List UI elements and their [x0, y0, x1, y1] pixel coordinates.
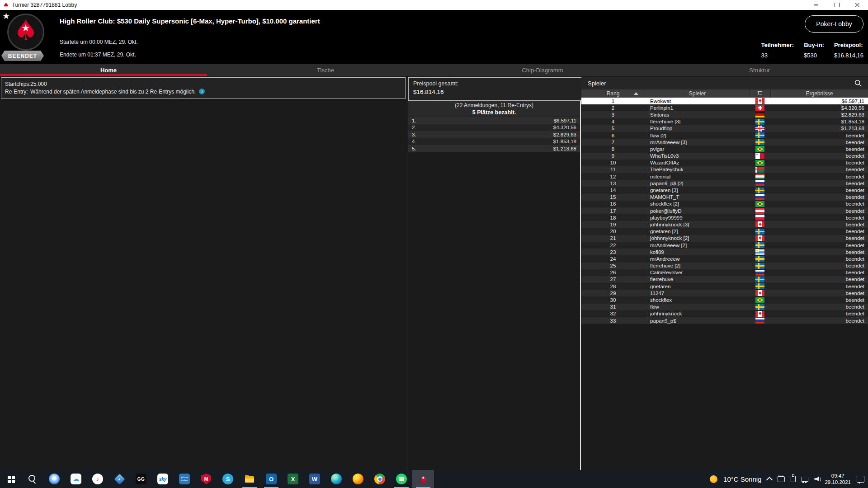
- player-row[interactable]: 1 Ewokwat $6.597,11: [581, 98, 868, 104]
- player-row[interactable]: 17 poker@luffyD beendet: [581, 207, 868, 214]
- sweden-flag-icon: [755, 242, 764, 248]
- Struktur-tab[interactable]: Struktur: [651, 64, 868, 76]
- player-row[interactable]: 4 flerrehuve [3] $1.853,18: [581, 118, 868, 125]
- Tische-tab[interactable]: Tische: [217, 64, 434, 76]
- start-icon[interactable]: [0, 470, 22, 488]
- poker-lobby-button[interactable]: Poker-Lobby: [805, 15, 863, 33]
- player-row[interactable]: 31 fkiw beendet: [581, 304, 868, 310]
- prime-video-icon[interactable]: prime video: [174, 470, 195, 488]
- Chip-Diagramm-tab[interactable]: Chip-Diagramm: [434, 64, 651, 76]
- places-paid-text: 5 Plätze bezahlt.: [472, 109, 516, 116]
- action-center-icon[interactable]: [857, 476, 864, 483]
- caret-up-icon: [634, 92, 638, 95]
- sky-icon[interactable]: sky: [152, 470, 174, 488]
- player-row[interactable]: 16 shockflex [2] beendet: [581, 201, 868, 207]
- player-name: mrAndreeew [3]: [645, 140, 750, 145]
- itunes-icon[interactable]: ♪: [87, 470, 108, 488]
- player-row[interactable]: 33 papan9_p$ beendet: [581, 317, 868, 324]
- file-explorer-icon[interactable]: [239, 470, 260, 488]
- word-icon[interactable]: W: [304, 470, 326, 488]
- player-result: beendet: [770, 174, 868, 179]
- pokerstars-icon[interactable]: ♠: [412, 470, 434, 488]
- usb-icon[interactable]: [791, 476, 796, 482]
- window-titlebar: ♠ Turnier 3287791881 Lobby: [0, 0, 868, 10]
- player-row[interactable]: 25 flerrehuve [2] beendet: [581, 263, 868, 269]
- player-name: papan9_p$: [645, 318, 750, 324]
- tablet-icon[interactable]: [778, 476, 785, 482]
- weather-text[interactable]: 10°C Sonnig: [723, 475, 761, 483]
- minimize-icon: [814, 5, 818, 5]
- player-result: beendet: [770, 243, 868, 248]
- info-circle-icon[interactable]: i: [199, 89, 205, 94]
- edge-icon[interactable]: [326, 470, 347, 488]
- player-result: beendet: [770, 215, 868, 221]
- tournament-stats: Teilnehmer: 33 Buy-in: $530 Preispool: $…: [761, 42, 863, 59]
- player-result: beendet: [770, 194, 868, 200]
- player-row[interactable]: 13 papan9_p$ [2] beendet: [581, 180, 868, 187]
- whatsapp-icon[interactable]: ☎: [391, 470, 412, 488]
- player-row[interactable]: 15 MAMOHT_T beendet: [581, 194, 868, 201]
- column-header-flag[interactable]: [750, 89, 770, 98]
- brazil-flag-icon: [755, 297, 764, 303]
- player-row[interactable]: 21 johhnnyknock [2] beendet: [581, 235, 868, 242]
- firefox-icon[interactable]: [347, 470, 369, 488]
- player-row[interactable]: 26 CalmRevolver beendet: [581, 269, 868, 276]
- minimize-button[interactable]: [806, 0, 826, 10]
- excel-icon[interactable]: X: [282, 470, 304, 488]
- player-row[interactable]: 5 Proudflop $1.213,68: [581, 125, 868, 132]
- player-result: beendet: [770, 311, 868, 316]
- column-header-player[interactable]: Spieler: [645, 89, 750, 98]
- cards-app-icon[interactable]: ♦: [108, 470, 130, 488]
- mcafee-icon[interactable]: M: [195, 470, 217, 488]
- player-name: johhnnyknock [3]: [645, 222, 750, 227]
- taskbar-clock[interactable]: 09:47 29.10.2021: [825, 473, 851, 485]
- sun-icon[interactable]: [710, 475, 717, 483]
- player-row[interactable]: 22 mrAndreeew [2] beendet: [581, 242, 868, 249]
- player-row[interactable]: 19 johhnnyknock [3] beendet: [581, 221, 868, 228]
- player-row[interactable]: 29 11247 beendet: [581, 290, 868, 296]
- favorite-star-icon[interactable]: ★: [2, 11, 10, 21]
- Home-tab[interactable]: Home: [0, 64, 217, 76]
- column-header-results[interactable]: Ergebnisse: [770, 89, 868, 98]
- player-row[interactable]: 30 shockflex beendet: [581, 296, 868, 303]
- player-row[interactable]: 3 Sintoras $2.829,63: [581, 111, 868, 118]
- player-row[interactable]: 18 playboy99999 beendet: [581, 214, 868, 221]
- restore-button[interactable]: [826, 0, 847, 10]
- skype-icon[interactable]: S: [217, 470, 239, 488]
- column-header-rank[interactable]: Rang: [581, 89, 645, 98]
- ggpoker-icon[interactable]: GG: [130, 470, 152, 488]
- stat-label: Preispool:: [834, 42, 863, 48]
- icloud-icon[interactable]: ☁: [65, 470, 87, 488]
- search-icon[interactable]: [854, 79, 863, 88]
- chevron-up-icon[interactable]: [766, 477, 773, 483]
- player-row[interactable]: 8 pvigar beendet: [581, 145, 868, 152]
- player-name: MAMOHT_T: [645, 194, 750, 200]
- player-row[interactable]: 24 mrAndreeew beendet: [581, 255, 868, 262]
- ethernet-icon[interactable]: [802, 477, 808, 482]
- player-row[interactable]: 14 gnetaren [3] beendet: [581, 187, 868, 193]
- outlook-icon[interactable]: O: [260, 470, 282, 488]
- player-row[interactable]: 6 fkiw [2] beendet: [581, 132, 868, 139]
- player-row[interactable]: 9 WhaTisL0v3 beendet: [581, 153, 868, 160]
- player-row[interactable]: 12 milennial beendet: [581, 173, 868, 180]
- player-row[interactable]: 10 WizardOffAz beendet: [581, 160, 868, 166]
- player-row[interactable]: 20 gnetaren [2] beendet: [581, 228, 868, 235]
- player-row[interactable]: 27 flerrehuve beendet: [581, 276, 868, 283]
- player-row[interactable]: 7 mrAndreeew [3] beendet: [581, 139, 868, 145]
- sweden-flag-icon: [755, 132, 764, 138]
- player-row[interactable]: 11 ThePateychuk beendet: [581, 166, 868, 173]
- player-row[interactable]: 28 gnetaren beendet: [581, 283, 868, 290]
- search-icon[interactable]: [22, 470, 43, 488]
- player-row[interactable]: 23 kofi89 beendet: [581, 249, 868, 255]
- player-rank: 7: [581, 140, 645, 145]
- malta-flag-icon: [755, 153, 764, 159]
- registrations-box: (22 Anmeldungen, 11 Re-Entrys) 5 Plätze …: [408, 101, 580, 117]
- player-row[interactable]: 32 johhnnyknock beendet: [581, 310, 868, 317]
- player-row[interactable]: 2 Perlinpin1 $4.320,56: [581, 104, 868, 111]
- chrome-icon[interactable]: [369, 470, 391, 488]
- volume-icon[interactable]: [814, 477, 819, 481]
- signal-icon[interactable]: [43, 470, 65, 488]
- window-title: Turnier 3287791881 Lobby: [12, 2, 77, 8]
- close-button[interactable]: [847, 0, 868, 10]
- player-rank: 2: [581, 105, 645, 111]
